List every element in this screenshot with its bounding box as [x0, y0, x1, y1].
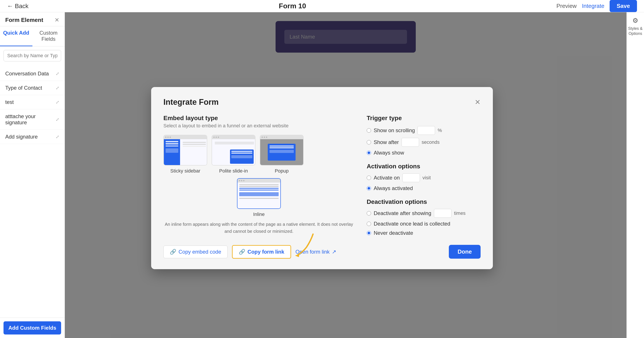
deactivation-options: Deactivate after showing times Deactivat…: [367, 209, 480, 236]
trigger-options: Show on scrolling % Show after seconds A…: [367, 126, 480, 156]
save-button[interactable]: Save: [610, 0, 637, 12]
inline-label: Inline: [253, 211, 265, 217]
expand-icon: ⤢: [56, 100, 59, 105]
scrolling-percent-input[interactable]: [418, 126, 435, 135]
layout-card-inline[interactable]: Inline An inline form appears along with…: [164, 178, 354, 235]
show-after-label: Show after: [374, 139, 399, 145]
preview-button[interactable]: Preview: [556, 3, 576, 10]
integrate-button[interactable]: Integrate: [582, 3, 604, 10]
deactivate-once-lead-radio[interactable]: [367, 222, 371, 226]
styles-icon: ⚙: [632, 17, 638, 24]
layout-card-sticky-sidebar[interactable]: Sticky sidebar: [164, 135, 207, 174]
activate-on-radio[interactable]: [367, 176, 371, 180]
integrate-form-modal: Integrate Form ✕ Embed layout type Selec…: [151, 87, 493, 269]
deactivation-section-title: Deactivation options: [367, 198, 480, 205]
sidebar-title: Form Element: [5, 17, 43, 24]
trigger-show-on-scrolling-radio[interactable]: [367, 128, 371, 133]
trigger-always-show-radio[interactable]: [367, 151, 371, 155]
search-input[interactable]: [4, 50, 61, 61]
show-after-seconds-input[interactable]: [402, 138, 419, 147]
sticky-sidebar-label: Sticky sidebar: [170, 168, 200, 174]
topbar: ← Back Form 10 Preview Integrate Save: [0, 0, 644, 12]
deactivation-never: Never deactivate: [367, 230, 480, 236]
activation-options: Activate on visit Always activated: [367, 173, 480, 191]
sticky-sidebar-preview: [164, 135, 207, 165]
add-custom-fields-button[interactable]: Add Custom Fields: [4, 321, 61, 334]
copy-embed-icon: 🔗: [170, 249, 176, 255]
deactivate-after-showing-radio[interactable]: [367, 211, 371, 215]
tab-quick-add[interactable]: Quick Add: [0, 26, 32, 46]
page-title: Form 10: [279, 2, 306, 10]
expand-icon: ⤢: [56, 85, 59, 91]
activation-section-title: Activation options: [367, 163, 480, 170]
deactivation-options-section: Deactivation options Deactivate after sh…: [367, 198, 480, 236]
never-deactivate-radio[interactable]: [367, 231, 371, 235]
show-after-unit: seconds: [422, 139, 440, 145]
inline-preview: [237, 178, 281, 209]
deactivation-after-showing: Deactivate after showing times: [367, 209, 480, 218]
always-activated-radio[interactable]: [367, 186, 371, 190]
deactivate-after-showing-label: Deactivate after showing: [374, 210, 431, 216]
sidebar: Form Element ✕ Quick Add Custom Fields C…: [0, 12, 65, 338]
embed-section-subtitle: Select a layout to embed in a funnel or …: [164, 123, 354, 129]
topbar-left: ← Back: [7, 3, 28, 10]
copy-embed-label: Copy embed code: [178, 249, 221, 255]
copy-embed-code-button[interactable]: 🔗 Copy embed code: [164, 245, 228, 258]
modal-actions: 🔗 Copy embed code 🔗 Copy form link Open …: [164, 245, 480, 259]
always-show-label: Always show: [374, 150, 404, 156]
modal-right: Trigger type Show on scrolling % Show af…: [367, 115, 480, 236]
sidebar-item-test[interactable]: test ⤢: [0, 95, 64, 109]
scrolling-unit: %: [438, 128, 442, 133]
copy-form-link-icon: 🔗: [239, 249, 245, 255]
styles-options-label: Styles & Options: [627, 26, 644, 36]
expand-icon: ⤢: [56, 117, 59, 122]
modal-body: Embed layout type Select a layout to emb…: [164, 115, 480, 236]
trigger-section-title: Trigger type: [367, 115, 480, 122]
sidebar-item-type-of-contact[interactable]: Type of Contact ⤢: [0, 81, 64, 95]
topbar-right: Preview Integrate Save: [556, 0, 637, 12]
sidebar-item-attach-signature[interactable]: atttache your signature ⤢: [0, 109, 64, 130]
modal-title: Integrate Form: [164, 98, 218, 107]
always-activated-label: Always activated: [374, 185, 413, 191]
sidebar-items: Conversation Data ⤢ Type of Contact ⤢ te…: [0, 65, 64, 318]
deactivate-after-showing-input[interactable]: [434, 209, 452, 218]
sidebar-item-add-signature[interactable]: Add signature ⤢: [0, 130, 64, 144]
copy-form-link-label: Copy form link: [248, 249, 284, 255]
sidebar-header: Form Element ✕: [0, 12, 64, 26]
activate-on-unit: visit: [422, 175, 431, 181]
modal-close-button[interactable]: ✕: [475, 98, 480, 106]
sidebar-tabs: Quick Add Custom Fields: [0, 26, 64, 47]
done-button[interactable]: Done: [449, 245, 480, 259]
sidebar-item-conversation-data[interactable]: Conversation Data ⤢: [0, 67, 64, 81]
popup-preview: [260, 135, 304, 165]
close-icon[interactable]: ✕: [54, 17, 59, 24]
modal-header: Integrate Form ✕: [164, 98, 480, 107]
sidebar-item-label: test: [5, 99, 14, 105]
copy-form-link-button[interactable]: 🔗 Copy form link: [232, 245, 291, 259]
sidebar-item-label: Type of Contact: [5, 85, 42, 91]
deactivate-once-lead-label: Deactivate once lead is collected: [374, 221, 450, 227]
layout-card-polite-slide-in[interactable]: Polite slide-in: [212, 135, 256, 174]
expand-icon: ⤢: [56, 71, 59, 76]
never-deactivate-label: Never deactivate: [374, 230, 413, 236]
modal-left: Embed layout type Select a layout to emb…: [164, 115, 354, 236]
open-form-link-button[interactable]: Open form link ↗: [296, 249, 336, 255]
sidebar-item-label: atttache your signature: [5, 113, 56, 126]
layout-card-popup[interactable]: Popup: [260, 135, 304, 174]
tab-custom-fields[interactable]: Custom Fields: [32, 26, 65, 46]
back-button[interactable]: ← Back: [7, 3, 28, 10]
activate-on-input[interactable]: [402, 173, 420, 182]
show-on-scrolling-label: Show on scrolling: [374, 127, 415, 134]
activation-always-activated: Always activated: [367, 185, 480, 191]
inline-description: An inline form appears along with the co…: [164, 221, 354, 235]
trigger-show-after-radio[interactable]: [367, 140, 371, 144]
polite-slide-in-preview: [212, 135, 256, 165]
activation-options-section: Activation options Activate on visit Alw…: [367, 163, 480, 191]
activate-on-label: Activate on: [374, 175, 400, 181]
open-form-link-label: Open form link: [296, 249, 330, 255]
sidebar-item-label: Add signature: [5, 134, 38, 140]
embed-section-title: Embed layout type: [164, 115, 354, 122]
deactivate-times-unit: times: [454, 210, 466, 216]
layout-cards: Sticky sidebar: [164, 135, 354, 235]
styles-options-panel[interactable]: ⚙ Styles & Options: [626, 12, 644, 338]
